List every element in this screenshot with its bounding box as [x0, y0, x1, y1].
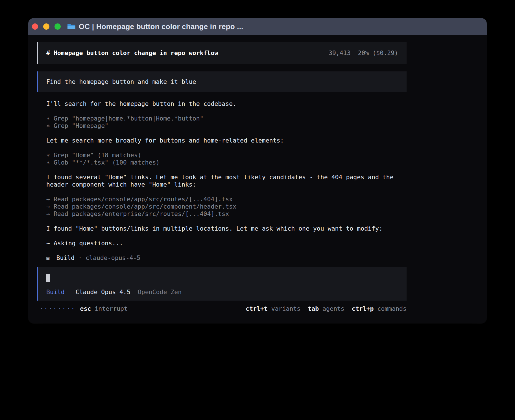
tool-call-group: ∗ Grep "homepage|home.*button|Home.*butt… [46, 115, 398, 130]
tool-call-group: ∗ Grep "Home" (18 matches) ∗ Glob "**/*.… [46, 152, 398, 166]
terminal-window: OC | Homepage button color change in rep… [28, 18, 487, 323]
agents-key-hint: tab [308, 305, 319, 312]
commands-label: commands [377, 305, 407, 312]
tool-call-read: → Read packages/enterprise/src/routes/[.… [46, 210, 398, 218]
window-title: OC | Homepage button color change in rep… [79, 23, 243, 30]
assistant-text: Let me search more broadly for buttons a… [46, 137, 398, 144]
commands-key-hint: ctrl+p [352, 305, 374, 312]
text-cursor [46, 274, 50, 282]
tool-call-grep: ∗ Grep "homepage|home.*button|Home.*butt… [46, 115, 398, 122]
input-line[interactable] [46, 274, 398, 282]
folder-icon [67, 23, 75, 30]
tool-call-glob: ∗ Glob "**/*.tsx" (100 matches) [46, 159, 398, 166]
agent-model: claude-opus-4-5 [86, 254, 140, 262]
agents-label: agents [322, 305, 344, 312]
prompt-input[interactable]: Build Claude Opus 4.5 OpenCode Zen [37, 267, 407, 301]
user-message: Find the homepage button and make it blu… [37, 71, 407, 92]
agent-name: Build [56, 254, 75, 262]
agent-mode-label[interactable]: Build [46, 288, 65, 296]
keyboard-hints: ctrl+t variants tab agents ctrl+p comman… [246, 305, 407, 312]
esc-action-label: interrupt [95, 305, 128, 312]
user-message-text: Find the homepage button and make it blu… [46, 78, 196, 85]
variants-key-hint: ctrl+t [246, 305, 268, 312]
tool-call-grep: ∗ Grep "Homepage" [46, 122, 398, 130]
input-footer: Build Claude Opus 4.5 OpenCode Zen [46, 288, 398, 296]
agent-status-line: ▣ Build · claude-opus-4-5 [46, 254, 398, 262]
variants-hint: ctrl+t variants [246, 305, 300, 312]
agent-separator: · [78, 254, 82, 262]
assistant-transcript: I'll search for the homepage button in t… [37, 92, 407, 262]
assistant-status-text: ~ Asking questions... [46, 240, 398, 247]
provider-label: OpenCode Zen [138, 288, 182, 296]
tool-call-group: → Read packages/console/app/src/routes/[… [46, 196, 398, 218]
esc-key-hint: esc [80, 305, 91, 312]
agent-square-icon: ▣ [46, 254, 49, 262]
window-titlebar[interactable]: OC | Homepage button color change in rep… [28, 18, 487, 35]
assistant-text: I found "Home" buttons/links in multiple… [46, 225, 398, 232]
title-area: OC | Homepage button color change in rep… [67, 23, 243, 30]
tool-call-grep: ∗ Grep "Home" (18 matches) [46, 152, 398, 159]
tool-call-read: → Read packages/console/app/src/componen… [46, 203, 398, 210]
zoom-button[interactable] [54, 23, 61, 30]
agents-hint: tab agents [308, 305, 344, 312]
assistant-text: I found several "Home" links. Let me loo… [46, 174, 398, 188]
tool-call-read: → Read packages/console/app/src/routes/[… [46, 196, 398, 203]
minimize-button[interactable] [43, 23, 49, 30]
token-count: 39,413 [329, 49, 351, 56]
session-header: # Homepage button color change in repo w… [37, 42, 407, 64]
context-usage: 20% ($0.29) [358, 49, 398, 56]
spinner-dots: ········ [40, 305, 76, 312]
commands-hint: ctrl+p commands [352, 305, 407, 312]
status-bar: ········ esc interrupt ctrl+t variants t… [37, 305, 407, 312]
variants-label: variants [271, 305, 301, 312]
assistant-text: I'll search for the homepage button in t… [46, 100, 398, 108]
model-label: Claude Opus 4.5 [76, 288, 130, 296]
session-title: # Homepage button color change in repo w… [46, 49, 218, 57]
close-button[interactable] [32, 23, 38, 30]
traffic-lights [32, 23, 61, 30]
session-stats: 39,41320% ($0.29) [329, 49, 398, 57]
terminal-content: # Homepage button color change in repo w… [28, 35, 487, 323]
